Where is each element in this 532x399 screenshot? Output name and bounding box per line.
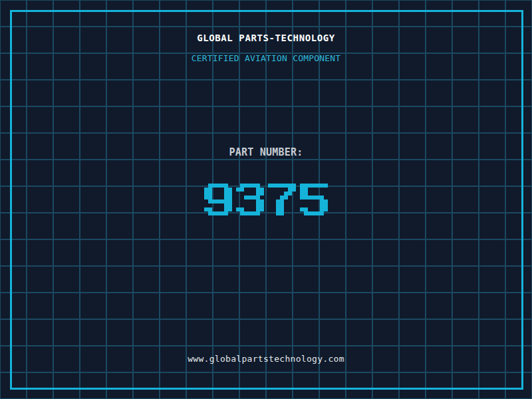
part-number-label: PART NUMBER: <box>0 146 532 158</box>
page-subtitle: CERTIFIED AVIATION COMPONENT <box>0 53 532 63</box>
part-number-value <box>0 184 532 215</box>
part-number-digit <box>268 184 296 215</box>
page-title: GLOBAL PARTS-TECHNOLOGY <box>0 33 532 43</box>
part-number-digit <box>300 184 328 215</box>
website-url: www.globalpartstechnology.com <box>0 354 532 364</box>
part-number-digit <box>236 184 264 215</box>
part-number-digit <box>204 184 232 215</box>
certificate-screen: GLOBAL PARTS-TECHNOLOGY CERTIFIED AVIATI… <box>0 0 532 399</box>
